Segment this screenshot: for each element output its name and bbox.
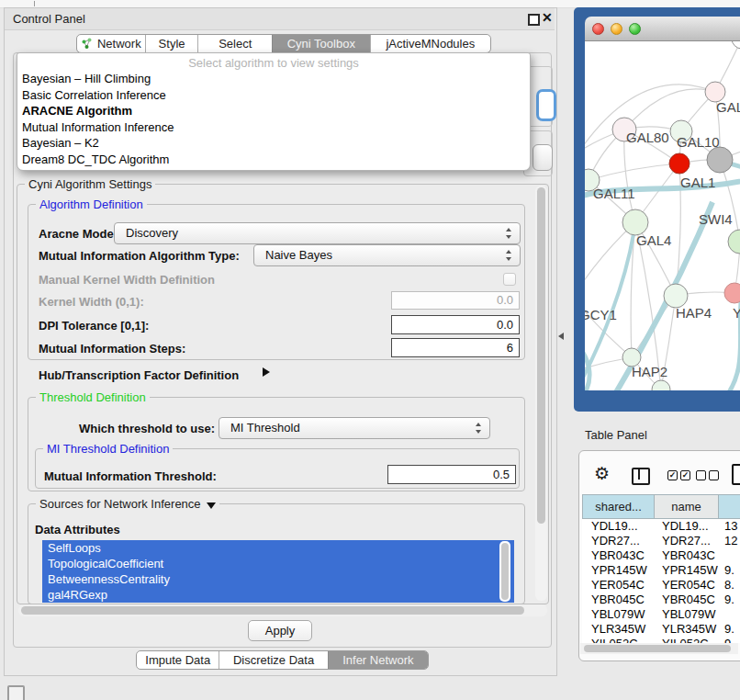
table-row[interactable]: YLR345WYLR345W9. [582, 622, 740, 637]
table-cell: YDL19... [591, 519, 638, 534]
network-canvas[interactable]: GALGAL80GAL10GAL1GAL11SWI4GAL4GCY1HAP4YH… [585, 41, 740, 390]
tab-label: Select [219, 37, 252, 51]
manual-kernel-width-checkbox[interactable] [503, 273, 516, 286]
table-cell: YDR27... [662, 534, 711, 548]
table-settings-icon[interactable]: ⚙ [594, 463, 610, 483]
table-cell: YLR345W [591, 622, 645, 637]
table-data-combobox-fragment[interactable] [533, 144, 553, 171]
network-node-gal1[interactable] [669, 153, 690, 174]
split-view-icon[interactable] [632, 468, 650, 485]
tab-discretize-data[interactable]: Discretize Data [219, 651, 327, 669]
cyni-bottom-tabs: Impute DataDiscretize DataInfer Network [136, 650, 429, 670]
float-panel-icon[interactable] [528, 14, 540, 26]
table-cell: 8. [724, 578, 734, 593]
table-cell: YPR145W [662, 563, 718, 578]
tab-jactivemnodules[interactable]: jActiveMNodules [370, 35, 490, 52]
tab-cyni-toolbox[interactable]: Cyni Toolbox [272, 35, 370, 52]
network-node-gal4[interactable] [622, 209, 648, 235]
table-row[interactable]: YBR045CYBR045C9. [582, 593, 740, 607]
table-row[interactable]: YER054CYER054C8. [582, 578, 740, 593]
attribute-item-gal4rgexp[interactable]: gal4RGexp [42, 587, 514, 603]
attribute-item-betweennesscentrality[interactable]: BetweennessCentrality [42, 571, 514, 587]
algorithm-option-dream8-dc-tdc-algorithm[interactable]: Dream8 DC_TDC Algorithm [17, 152, 530, 168]
which-threshold-select[interactable]: MI Threshold [219, 417, 490, 439]
select-all-icon[interactable]: ✓ [667, 470, 678, 480]
tab-label: jActiveMNodules [386, 37, 475, 51]
deselect-all-icon[interactable] [696, 470, 706, 480]
dpi-tolerance-label: DPI Tolerance [0,1]: [39, 319, 149, 333]
select-all-icon[interactable]: ✓ [680, 470, 690, 480]
mi-threshold-label: Mutual Information Threshold: [44, 469, 217, 483]
data-attributes-list[interactable]: SelfLoopsTopologicalCoefficientBetweenne… [42, 540, 514, 603]
tab-select[interactable]: Select [197, 35, 272, 52]
tab-impute-data[interactable]: Impute Data [137, 651, 219, 669]
node-label: GAL1 [680, 175, 715, 190]
column-header-shared[interactable]: shared... [582, 494, 655, 519]
settings-group-title: Cyni Algorithm Settings [25, 177, 155, 191]
table-cell: 9. [724, 593, 734, 607]
mi-steps-field[interactable]: 6 [391, 338, 520, 357]
kernel-width-field[interactable]: 0.0 [391, 291, 520, 310]
algorithm-combobox-fragment[interactable] [536, 89, 556, 121]
algorithm-definition-title: Algorithm Definition [36, 198, 147, 211]
mi-algorithm-type-select[interactable]: Naive Bayes [253, 244, 521, 266]
tab-network[interactable]: Network [77, 35, 145, 52]
sources-group-title: Sources for Network Inference [36, 497, 219, 511]
table-row[interactable]: YDR27...YDR27...12 [582, 534, 740, 548]
spinner-arrows-icon [506, 228, 512, 239]
network-node-y[interactable] [724, 283, 740, 303]
table-row[interactable]: YIL052CYIL052C9. [582, 637, 740, 643]
algorithm-popup-header: Select algorithm to view settings [17, 55, 530, 71]
algorithm-option-bayesian-k2[interactable]: Bayesian – K2 [17, 135, 530, 152]
expand-arrow-icon[interactable] [263, 367, 270, 377]
column-header-name[interactable]: name [655, 494, 719, 519]
deselect-all-icon[interactable] [709, 470, 719, 480]
table-horizontal-scrollbar-thumb[interactable] [584, 645, 731, 652]
algorithm-option-bayesian-hill-climbing[interactable]: Bayesian – Hill Climbing [17, 71, 530, 87]
algorithm-option-mutual-information-inference[interactable]: Mutual Information Inference [17, 119, 530, 136]
table-cell: YIL052C [662, 637, 709, 643]
table-row[interactable]: YBR043CYBR043C [582, 548, 740, 563]
network-node-swi4[interactable] [728, 230, 740, 254]
apply-button[interactable]: Apply [248, 620, 312, 641]
algorithm-option-aracne-algorithm[interactable]: ARACNE Algorithm [17, 103, 530, 119]
algorithm-dropdown-popup: Select algorithm to view settings Bayesi… [17, 52, 531, 171]
settings-vertical-scrollbar-thumb[interactable] [537, 187, 545, 524]
table-row[interactable]: YPR145WYPR145W9. [582, 563, 740, 578]
attributes-scrollbar-thumb[interactable] [501, 543, 509, 600]
tab-label: Network [97, 37, 141, 51]
table-cell: 13 [724, 519, 737, 534]
network-window-titlebar[interactable] [585, 17, 740, 41]
network-node[interactable] [707, 147, 733, 173]
new-column-icon[interactable] [732, 464, 740, 485]
close-panel-icon[interactable]: ✕ [542, 10, 553, 25]
network-edge[interactable] [589, 164, 679, 180]
aracne-mode-select[interactable]: Discovery [114, 222, 521, 244]
mi-threshold-field[interactable]: 0.5 [387, 465, 516, 484]
split-pane-collapse-icon[interactable] [558, 333, 564, 340]
network-node[interactable] [652, 380, 670, 390]
attribute-item-topologicalcoefficient[interactable]: TopologicalCoefficient [42, 556, 514, 571]
tab-infer-network[interactable]: Infer Network [328, 651, 428, 669]
network-tab-icon [81, 38, 93, 50]
tab-style[interactable]: Style [145, 35, 198, 52]
settings-horizontal-scrollbar-thumb[interactable] [21, 606, 524, 615]
column-header-a[interactable]: A [719, 494, 740, 519]
table-row[interactable]: YDL19...YDL19...13 [582, 519, 740, 534]
table-row[interactable]: YBL079WYBL079W [582, 607, 740, 622]
table-cell: YER054C [591, 578, 645, 593]
threshold-definition-title: Threshold Definition [36, 390, 150, 404]
network-node[interactable] [732, 41, 740, 49]
dock-panel-icon[interactable] [7, 685, 25, 700]
close-window-icon[interactable] [592, 23, 604, 35]
collapse-arrow-icon[interactable] [207, 502, 216, 509]
node-label: GAL [716, 99, 740, 115]
algorithm-option-basic-correlation-inference[interactable]: Basic Correlation Inference [17, 87, 530, 104]
node-label: HAP2 [632, 364, 667, 379]
dpi-tolerance-field[interactable]: 0.0 [391, 315, 520, 334]
node-label: GCY1 [585, 307, 617, 322]
attribute-item-selfloops[interactable]: SelfLoops [42, 540, 514, 556]
zoom-window-icon[interactable] [629, 23, 641, 35]
minimize-window-icon[interactable] [611, 23, 622, 35]
table-cell: YDL19... [662, 519, 709, 534]
